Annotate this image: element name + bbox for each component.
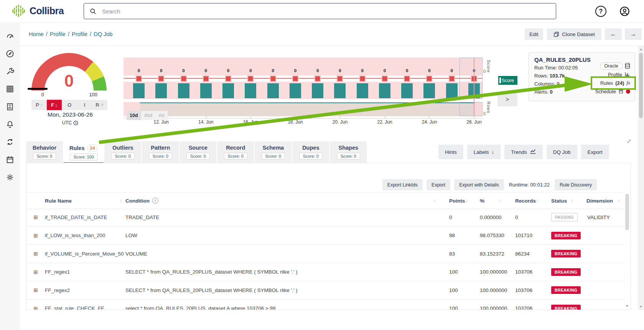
sidebar-item-jobs[interactable] — [5, 137, 15, 147]
trend-chart[interactable]: 0000000000000000 12. Jun14. Jun16. Jun18… — [119, 48, 495, 130]
action-dq-job[interactable]: DQ Job — [547, 145, 577, 159]
rule-name-cell[interactable]: FF_regex1 — [45, 269, 125, 275]
profile-link[interactable]: Profile — [608, 72, 622, 78]
export-linkids-button[interactable]: Export LinkIds — [382, 179, 423, 190]
table-scroll-down-icon[interactable]: ▼ — [625, 304, 629, 308]
tab-dupes[interactable]: DupesScore: 0 — [292, 141, 329, 163]
page-scroll-up-icon[interactable]: ▲ — [638, 48, 644, 51]
table-row-if-trade-date-is-date: ⊞if_TRADE_DATE_is_DATETRADE_DATE00.00000… — [26, 208, 624, 227]
sidebar-item-explore[interactable] — [5, 48, 15, 59]
action-hints[interactable]: Hints — [438, 145, 463, 159]
help-button[interactable]: ? — [595, 6, 606, 17]
sort-icon[interactable]: ↓↑ — [465, 198, 468, 203]
row-expand-icon[interactable]: ⊞ — [26, 233, 45, 239]
schedule-link[interactable]: Schedule — [595, 89, 616, 94]
breadcrumb-item-dq-job[interactable]: DQ Job — [94, 31, 112, 37]
records-cell: 103706 — [505, 269, 541, 275]
row-expand-icon[interactable]: ⊞ — [26, 287, 45, 293]
table-scrollbar-thumb[interactable] — [625, 194, 629, 230]
gauge-toggle-i[interactable]: I — [77, 100, 92, 110]
sort-icon[interactable]: ↓↑ — [119, 198, 122, 203]
tab-rules[interactable]: Rules24Score: 100 — [64, 141, 104, 163]
sort-icon[interactable]: ↓↑ — [617, 198, 621, 203]
tab-score-chip: Score: 0 — [224, 153, 247, 160]
clone-dataset-button[interactable]: Clone Dataset — [547, 28, 601, 40]
range-button-45d[interactable]: 45d — [141, 111, 156, 120]
sidebar-item-reports[interactable] — [5, 101, 15, 112]
breadcrumb-item-profile[interactable]: Profile — [72, 31, 87, 37]
sort-icon[interactable]: ↓↑ — [433, 198, 436, 203]
gauge-min-label: 0 — [37, 92, 48, 97]
row-expand-icon[interactable]: ⊞ — [26, 214, 45, 220]
down-arrow-icon: ↓ — [492, 149, 494, 155]
tab-shapes[interactable]: ShapesScore: 0 — [330, 141, 367, 163]
expand-view-button[interactable] — [626, 138, 632, 144]
breadcrumb-separator: / — [44, 31, 49, 37]
page-scrollbar-thumb[interactable] — [639, 53, 643, 118]
rule-name-cell[interactable]: if_TRADE_DATE_is_DATE — [45, 214, 125, 220]
rules-link[interactable]: Rules — [600, 80, 613, 86]
timezone-label: UTC — [62, 120, 72, 125]
status-badge: BREAKING — [551, 250, 581, 257]
gauge-toggle-p[interactable]: P↑ — [31, 100, 47, 110]
score-point-marker — [449, 76, 455, 82]
sort-icon[interactable]: ↓↑ — [499, 198, 502, 203]
sidebar-item-catalog[interactable] — [5, 84, 15, 94]
search-input[interactable] — [101, 8, 550, 15]
row-expand-icon[interactable]: ⊞ — [26, 269, 45, 275]
tab-outliers[interactable]: OutliersScore: 0 — [104, 141, 141, 163]
page-scroll-down-icon[interactable]: ▼ — [638, 305, 644, 309]
rule-name-cell[interactable]: FF_stat_rule_CHECK_FF — [45, 305, 125, 310]
sidebar-item-dashboard[interactable] — [5, 31, 15, 41]
bar-rows — [312, 83, 323, 98]
account-button[interactable] — [619, 6, 630, 17]
status-badge: BREAKING — [551, 286, 581, 294]
rule-name-cell[interactable]: if_LOW_is_less_than_200 — [45, 233, 125, 238]
gauge-toggle-r[interactable]: R✕ — [92, 100, 107, 110]
score-legend-chip[interactable]: Score — [498, 76, 517, 85]
tab-source[interactable]: SourceScore: 0 — [180, 141, 216, 163]
action-label-dq-job: DQ Job — [553, 149, 571, 155]
page-scrollbar[interactable]: ▲ ▼ — [638, 46, 644, 310]
row-expand-icon[interactable]: ⊞ — [26, 305, 45, 310]
row-expand-icon[interactable]: ⊞ — [26, 251, 45, 257]
rule-name-cell[interactable]: if_VOLUME_is_Percent_Move_50 — [45, 251, 125, 257]
action-trends[interactable]: Trends — [504, 145, 543, 159]
action-labels[interactable]: Labels↓ — [467, 145, 501, 159]
table-body: ⊞if_TRADE_DATE_is_DATETRADE_DATE00.00000… — [26, 208, 624, 310]
sort-icon[interactable]: ↓↑ — [570, 198, 573, 203]
export-with-details-button[interactable]: Export with Details — [454, 179, 504, 190]
forward-button[interactable]: → — [625, 28, 642, 40]
breadcrumb: Home / Profile / Profile / DQ Job — [29, 31, 112, 37]
sidebar-item-settings[interactable] — [5, 172, 15, 183]
tab-pattern[interactable]: PatternScore: 0 — [142, 141, 179, 163]
tab-behavior[interactable]: BehaviorScore: 0 — [26, 141, 63, 163]
sidebar-item-alerts[interactable] — [5, 119, 15, 130]
tab-schema[interactable]: SchemaScore: 0 — [255, 141, 292, 163]
export-button[interactable]: Export — [427, 179, 450, 190]
gauge-toggle-f[interactable]: F↓ — [47, 100, 62, 110]
table-scrollbar[interactable]: ▼ — [625, 194, 629, 308]
range-button-10d[interactable]: 10d — [127, 111, 141, 120]
datasource-pill[interactable]: Oracle — [600, 63, 623, 69]
rule-name-cell[interactable]: FF_regex2 — [45, 287, 125, 293]
action-export[interactable]: Export — [581, 145, 609, 159]
gauge-toggle-o[interactable]: O — [62, 100, 77, 110]
edit-button[interactable]: Edit — [525, 28, 543, 40]
sort-icon[interactable]: ↓↑ — [536, 198, 539, 203]
rule-discovery-button[interactable]: Rule Discovery — [555, 179, 597, 190]
clone-dataset-label: Clone Dataset — [562, 31, 595, 37]
explore-icon — [5, 49, 15, 58]
back-button[interactable]: ← — [605, 28, 622, 40]
collibra-logo[interactable]: Collibra — [12, 4, 64, 18]
sidebar-item-tools[interactable] — [5, 66, 15, 77]
range-button-all[interactable]: All — [155, 111, 168, 120]
breadcrumb-item-profile[interactable]: Profile — [50, 31, 66, 37]
breadcrumb-item-home[interactable]: Home — [29, 31, 44, 37]
bar-chart-icon — [624, 72, 630, 77]
chart-next-button[interactable]: > — [497, 92, 517, 106]
info-icon[interactable]: i — [152, 198, 158, 204]
global-search[interactable] — [84, 3, 556, 19]
tab-record[interactable]: RecordScore: 0 — [217, 141, 254, 163]
sidebar-item-schedule[interactable] — [5, 154, 15, 165]
